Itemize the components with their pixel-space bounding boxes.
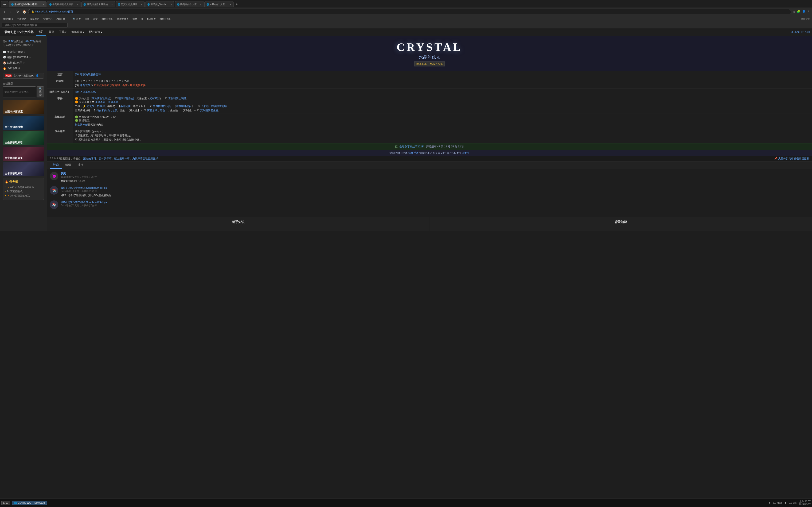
sidebar-station-link[interactable]: 🏠 站长B站专栏↗ — [0, 60, 47, 65]
address-bar[interactable]: 🔒 https://ff14.huijiwiki.com/wiki/首页 — [28, 9, 791, 14]
tab-4[interactable]: 🌐 昆艾文也是量量量盖的个人空间 - 哔嘀（ ✕ — [116, 1, 145, 7]
fly-link[interactable]: 飞耶吧，前往推尔利精！ — [201, 105, 229, 108]
tab-ranking[interactable]: 排行 — [74, 162, 87, 169]
nav-item-attention[interactable]: 关注 — [36, 29, 46, 36]
tab-close-btn-3[interactable]: ✕ — [111, 3, 113, 6]
home-button[interactable]: 🏠 — [21, 9, 27, 14]
sidebar-qqgroup-link[interactable]: 💬 编辑群237867224↗ — [0, 55, 47, 60]
ssl-icon: 🔒 — [31, 10, 34, 13]
submarine-link[interactable]: 部队潜水艇 — [75, 123, 88, 126]
digital-festival-link[interactable]: 全球数字粉丝节2021° — [399, 145, 424, 148]
glory-link[interactable]: 荣光的落日 — [83, 157, 96, 160]
tab-5[interactable]: 🌐 量子姐_Okash的个人空间 - 哔哔（ ✕ — [145, 1, 174, 7]
tab-2[interactable]: 🌐 子岛组组的个人空间 - 哔哔嘀（ ✕ — [47, 1, 81, 7]
nav-item-home[interactable]: 首页 — [46, 29, 57, 36]
tab-close-btn-5[interactable]: ✕ — [170, 3, 172, 6]
update-link[interactable]: 大量分类与标签模版已更新 — [778, 157, 809, 160]
bookmark-netease[interactable]: 网易云音乐 — [101, 17, 114, 21]
wiki-search-input[interactable] — [2, 23, 68, 27]
comment-1-user[interactable]: 梦魔 — [61, 172, 66, 175]
comment-1-body: 梦魔 Baldr吐槽于2天前，并获得了0好评 梦魔姐姐真的好泥.jpg — [61, 172, 809, 183]
back-button[interactable]: ‹ — [2, 9, 7, 14]
artu-link[interactable]: 艾尔图的老主题 — [200, 109, 218, 112]
pvp-link[interactable]: 希瓦攻战 — [80, 84, 91, 87]
prelude-link[interactable]: 为新序幕忘歌更新完毕 — [132, 157, 158, 160]
bookmark-帮助中心[interactable]: 帮助中心 — [42, 17, 54, 21]
tab-close-btn[interactable]: ✕ — [43, 3, 44, 6]
pvp-warning[interactable]: 幻巧战斗版本预定内容，会随大版本更新变换。 — [94, 84, 148, 87]
forward-button[interactable]: › — [8, 9, 14, 14]
tab-3[interactable]: 🌐 量子姐也是量量量的个人空间 - 哔哔嘀（ ✕ — [81, 1, 115, 7]
app-link[interactable]: NEW 在APP中直阅WIKI 👤 — [3, 73, 44, 78]
bookmark-huameng[interactable]: 划梦 — [132, 17, 138, 21]
hunt-link[interactable]: 苍鹰扫猎作战 — [118, 97, 134, 100]
dwarf-link[interactable]: 沃茨之捧，启动！ — [147, 109, 167, 112]
team-link[interactable]: [80] 人偶军事基地 — [75, 91, 95, 93]
nav-item-tools[interactable]: 工具 ▾ — [57, 29, 69, 36]
tab-comments[interactable]: 评论 — [50, 162, 62, 169]
tab-close-btn-6[interactable]: ✕ — [200, 3, 202, 6]
vilhelmina-link[interactable]: 维尔娜娣战役 — [176, 105, 192, 108]
dungeon-search-link[interactable]: 全副本掉落搜索 — [3, 100, 44, 114]
tab-7[interactable]: 🌐 kol1n的个人空间 - 哔哔嘀（ ✕ — [204, 1, 234, 7]
extensions-icon[interactable]: 🧩 — [797, 10, 801, 13]
tab-close-btn-2[interactable]: ✕ — [77, 3, 79, 6]
no-drink-link[interactable]: 工作时禁止喝酒 — [168, 97, 186, 100]
tab-close-btn-7[interactable]: ✕ — [230, 3, 232, 6]
bookmark-ff14[interactable]: ff14相关 — [146, 17, 157, 21]
bookmark-友机社区[interactable]: 友机社区 — [29, 17, 40, 21]
clock[interactable]: 上午 11:37 2021/11/37 — [799, 500, 811, 506]
ancient-link[interactable]: 古迦拉时的庆典 — [153, 105, 171, 108]
bookmark-1[interactable]: 推荐wiki ▾ — [2, 17, 14, 21]
bookmark-baidu[interactable]: 🔍 百度 — [72, 17, 82, 21]
card-search-link[interactable]: 全卡片获取索引 — [3, 162, 44, 176]
team-row: 团队任务（24人） [80] 人偶军事基地 — [47, 89, 812, 95]
pet-search-link[interactable]: 全宠物获取索引 — [3, 147, 44, 161]
profile-icon[interactable]: 👤 — [802, 10, 806, 13]
tab-edit[interactable]: 编辑 — [62, 162, 74, 169]
bookmark-mulu[interactable]: 目录 — [84, 17, 90, 21]
main-story-link[interactable]: 光之战士的旅源 — [87, 105, 105, 108]
quest-search-link[interactable]: 全任务流程搜索 — [3, 116, 44, 130]
stats-watchers-link[interactable]: 19.2K — [7, 40, 14, 43]
bookmark-kb[interactable]: kb — [140, 17, 145, 20]
taskbar-browser-item[interactable]: 🌐 CLAIRE WAR - Szy00128 — [12, 501, 47, 505]
browser-back-btn[interactable]: ◀ ▶ — [1, 1, 8, 7]
clock-date: 2021/11/37 — [799, 503, 811, 506]
comment-2-user[interactable]: 最终幻想XIV中文维基:Sandbox/WikiTips — [61, 186, 107, 189]
egg-hunt-link[interactable]: 猎蛋节 — [462, 151, 469, 154]
bookmark-app下载[interactable]: App下载 — [55, 17, 66, 21]
yokai-link[interactable]: 妖怪手表 — [408, 151, 419, 154]
offering-link[interactable]: 献上最后一尊 — [114, 157, 130, 160]
nav-item-recipe-search[interactable]: 配方查询 ▾ — [87, 29, 105, 36]
tab-6[interactable]: 🌐 鹦鹉酱的个人空间 - 哔哔嘀（ ✕ — [175, 1, 204, 7]
south-bozja-link[interactable]: 南方博兹雅战线 — [92, 97, 110, 100]
bookmark-申请建站[interactable]: 申请建站 — [16, 17, 27, 21]
menu-icon[interactable]: ⋮ — [807, 10, 810, 13]
tab-close-btn-4[interactable]: ✕ — [141, 3, 143, 6]
comment-3-avatar: 📚 — [50, 201, 58, 209]
bookmark-star-icon[interactable]: ☆ — [793, 10, 795, 13]
item-search-button[interactable]: 🔍 搜索 — [37, 87, 44, 97]
bookmark-taobao[interactable]: 淘宝 — [92, 17, 99, 21]
info-table-container: 迷宫 [80] 暗影决战遗弗兰特 对战组 [80] ？？？？？？？；[80] 极… — [47, 71, 812, 143]
sidebar-weibo-link[interactable]: 📖 维基官方微博↗ — [0, 49, 47, 55]
ancient-trade-link[interactable]: 与古邪的彼此之亲 — [96, 109, 117, 112]
nav-item-drop-search[interactable]: 掉落查询 ▾ — [69, 29, 87, 36]
mount-search-link[interactable]: 全坐骑获取索引 — [3, 131, 44, 145]
new-tab-button[interactable]: + — [234, 2, 239, 7]
bookmark-new-folder[interactable]: 新建文件夹 — [116, 17, 130, 21]
bookmark-netease2[interactable]: 网易云音乐 — [159, 17, 172, 21]
comment-3-user[interactable]: 最终幻想XIV中文维基:Sandbox/WikiTips — [61, 201, 107, 204]
tab-active[interactable]: 🌐 最终幻想XIV中文维基 - 首页 ✕ — [9, 1, 47, 7]
sidebar-fuel-link[interactable]: 🔥 为站点加油 — [0, 65, 47, 71]
start-button[interactable]: ⊞ Ai — [1, 501, 10, 505]
tool-quest-link[interactable]: 未者不善，善者不来 — [95, 101, 118, 103]
south-leaf-link[interactable]: 南叶问阁 — [120, 105, 131, 108]
dungeon-link[interactable]: [80] 暗影决战遗弗兰特 — [75, 73, 101, 76]
rebel-weapon-link[interactable]: 义军武器 — [149, 97, 160, 100]
yunvillage-link[interactable]: 云村的干草 — [99, 157, 112, 160]
reload-button[interactable]: ↻ — [15, 9, 20, 14]
item-search-input[interactable] — [3, 87, 36, 97]
stats-edits-link[interactable]: 814,579 — [26, 40, 34, 43]
